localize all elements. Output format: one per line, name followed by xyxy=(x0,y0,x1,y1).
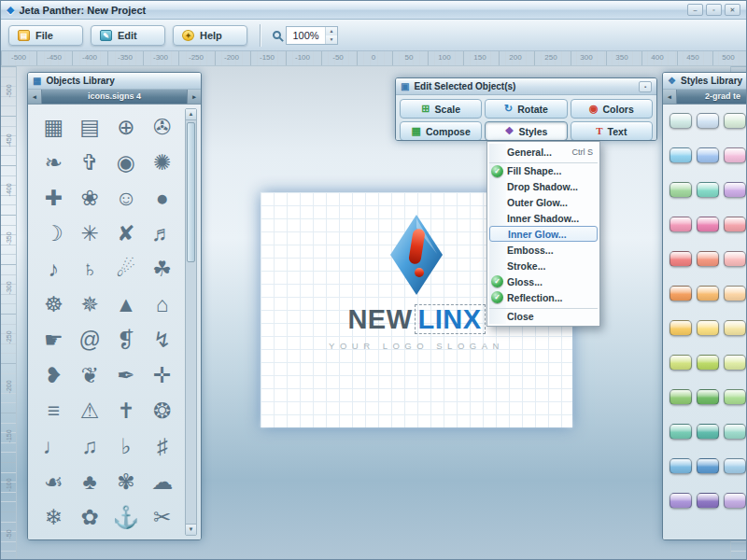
rotate-button[interactable]: ↻ Rotate xyxy=(485,99,567,119)
panel-collapse-button[interactable]: ▪ xyxy=(639,81,652,92)
ship-wheel-icon[interactable]: ☸ xyxy=(35,287,72,322)
file-button[interactable]: ▤ File xyxy=(8,25,83,46)
cello-icon[interactable]: ♫ xyxy=(72,428,108,464)
menu-item-stroke[interactable]: Stroke... xyxy=(489,258,598,273)
style-swatch[interactable] xyxy=(669,182,692,198)
grapes-icon[interactable]: ❀ xyxy=(72,180,108,216)
atm-machine-icon[interactable]: ▦ xyxy=(35,109,72,145)
logo-slogan[interactable]: YOUR LOGO SLOGAN xyxy=(329,341,504,351)
reel-icon[interactable]: ✇ xyxy=(144,109,180,145)
style-swatch[interactable] xyxy=(669,424,692,440)
style-swatch[interactable] xyxy=(724,355,746,371)
shell-icon[interactable]: ❂ xyxy=(144,393,180,428)
style-swatch[interactable] xyxy=(697,182,719,198)
menu-item-outer-glow[interactable]: Outer Glow... xyxy=(489,194,598,210)
logo-text-linx-selected[interactable]: LINX xyxy=(415,304,486,334)
menu-item-close[interactable]: Close xyxy=(489,308,598,324)
styles-library-header[interactable]: ❖ Styles Library xyxy=(663,73,746,90)
style-swatch[interactable] xyxy=(669,458,692,474)
guitar-icon[interactable]: ♯ xyxy=(144,428,180,464)
globe-icon[interactable]: ⊕ xyxy=(108,109,145,145)
style-swatch[interactable] xyxy=(669,113,692,129)
church-icon[interactable]: ✞ xyxy=(72,145,108,180)
lightning-icon[interactable]: ↯ xyxy=(144,322,180,357)
menu-item-inner-glow[interactable]: Inner Glow... xyxy=(489,226,598,242)
hand-icon[interactable]: ☛ xyxy=(35,322,72,357)
style-swatch[interactable] xyxy=(697,286,719,301)
menu-item-drop-shadow[interactable]: Drop Shadow... xyxy=(489,178,598,194)
microwave-icon[interactable]: ▤ xyxy=(72,109,108,145)
logo-diamond-shape[interactable] xyxy=(390,215,443,295)
high-heel-icon[interactable]: ❧ xyxy=(35,145,72,180)
spirograph-icon[interactable]: ✳ xyxy=(72,216,108,251)
at-sign-icon[interactable]: @ xyxy=(72,322,108,357)
ruler-icon[interactable]: ≡ xyxy=(35,393,72,428)
pedestrian-icon[interactable]: ✝ xyxy=(108,393,145,428)
scale-button[interactable]: ⊞ Scale xyxy=(400,99,482,119)
flute-icon[interactable]: ♭ xyxy=(108,428,145,464)
zoom-down-icon[interactable]: ▼ xyxy=(326,35,337,44)
ambulance-icon[interactable]: ✚ xyxy=(35,180,72,216)
cookie-icon[interactable]: ● xyxy=(144,180,180,216)
objects-category-label[interactable]: icons.signs 4 xyxy=(42,90,187,104)
zoom-up-icon[interactable]: ▲ xyxy=(326,27,337,35)
menu-item-emboss[interactable]: Emboss... xyxy=(489,242,598,258)
scrollbar-thumb[interactable] xyxy=(187,122,195,262)
category-prev-icon[interactable]: ◂ xyxy=(28,90,42,104)
zoom-value[interactable]: 100% xyxy=(287,27,325,44)
category-next-icon[interactable]: ▸ xyxy=(187,90,201,104)
compass-rose-icon[interactable]: ✵ xyxy=(72,287,108,322)
violin-icon[interactable]: ♩ xyxy=(35,428,72,464)
objects-library-header[interactable]: ▦ Objects Library xyxy=(28,73,201,90)
objects-scrollbar[interactable]: ▲ ▼ xyxy=(185,108,197,536)
style-swatch[interactable] xyxy=(724,493,746,509)
fingerprint-icon[interactable]: ◉ xyxy=(108,145,145,180)
menu-item-fill-shape[interactable]: Fill Shape... xyxy=(489,162,598,178)
text-button[interactable]: T Text xyxy=(571,121,653,141)
zoom-spinner[interactable]: 100% ▲ ▼ xyxy=(286,26,338,45)
house-icon[interactable]: ⌂ xyxy=(144,287,180,322)
saxophone-icon[interactable]: ♬ xyxy=(144,216,180,251)
style-swatch[interactable] xyxy=(669,355,692,371)
menu-item-gloss[interactable]: Gloss... xyxy=(489,273,598,289)
scissors-icon[interactable]: ✂ xyxy=(144,499,180,535)
swan-icon[interactable]: ☙ xyxy=(35,464,72,499)
style-swatch[interactable] xyxy=(669,147,692,163)
trumpet-icon[interactable]: ♪ xyxy=(35,251,72,287)
help-button[interactable]: ✦ Help xyxy=(173,25,247,46)
style-swatch[interactable] xyxy=(724,320,746,336)
style-swatch[interactable] xyxy=(669,320,692,336)
edit-button[interactable]: ✎ Edit xyxy=(91,25,165,46)
scroll-down-icon[interactable]: ▼ xyxy=(186,524,196,535)
style-swatch[interactable] xyxy=(697,320,719,336)
minimize-button[interactable]: – xyxy=(687,4,703,16)
chili-pepper-icon[interactable]: ❥ xyxy=(35,357,72,393)
style-swatch[interactable] xyxy=(697,251,719,267)
edit-panel-header[interactable]: ▣ Edit Selected Object(s) ▪ xyxy=(396,78,656,95)
style-swatch[interactable] xyxy=(697,355,719,371)
rooster-icon[interactable]: ✾ xyxy=(108,464,145,499)
style-swatch[interactable] xyxy=(724,458,746,474)
warning-sign-icon[interactable]: ⚠ xyxy=(72,393,108,428)
style-swatch[interactable] xyxy=(697,424,719,440)
anchor-icon[interactable]: ⚓ xyxy=(108,499,145,535)
style-swatch[interactable] xyxy=(724,217,746,232)
style-swatch[interactable] xyxy=(724,424,746,440)
close-button[interactable]: ✕ xyxy=(725,4,740,16)
styles-button[interactable]: ❖ Styles xyxy=(485,121,567,141)
snail-icon[interactable]: ❡ xyxy=(108,322,145,357)
style-swatch[interactable] xyxy=(697,217,719,232)
style-swatch[interactable] xyxy=(697,458,719,474)
mountain-icon[interactable]: ▲ xyxy=(108,287,145,322)
style-swatch[interactable] xyxy=(724,113,746,129)
menu-item-reflection[interactable]: Reflection... xyxy=(489,289,598,305)
style-swatch[interactable] xyxy=(724,251,746,267)
category-prev-icon[interactable]: ◂ xyxy=(663,90,677,104)
style-swatch[interactable] xyxy=(697,493,719,509)
maximize-button[interactable]: ▫ xyxy=(706,4,722,16)
menu-item-inner-shadow[interactable]: Inner Shadow... xyxy=(489,210,598,226)
compose-button[interactable]: ▦ Compose xyxy=(400,121,482,141)
logo-text-new[interactable]: NEW xyxy=(347,305,412,333)
style-swatch[interactable] xyxy=(724,182,746,198)
saturn-icon[interactable]: ♄ xyxy=(72,251,108,287)
